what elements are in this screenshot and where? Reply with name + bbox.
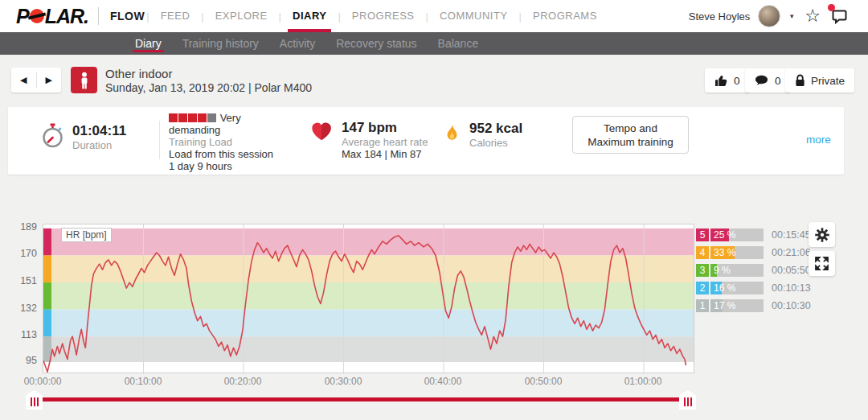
notifications-button[interactable] xyxy=(830,7,850,26)
subnav-item-activity[interactable]: Activity xyxy=(269,32,326,55)
nav-item-programs[interactable]: PROGRAMS xyxy=(523,0,607,32)
nav-separator: | xyxy=(146,10,149,23)
timeline-slider-track[interactable] xyxy=(34,397,691,401)
zone-duration: 00:10:30 xyxy=(772,300,811,311)
top-nav-items: |FEED|EXPLORE|DIARY|PROGRESS|COMMUNITY|P… xyxy=(145,0,607,32)
zone-strip-5 xyxy=(43,229,51,256)
training-load-label: Training Load xyxy=(169,136,281,148)
y-tick-151: 151 xyxy=(13,275,37,286)
hr-chart-plot-area[interactable]: HR [bpm] xyxy=(43,224,694,373)
stopwatch-icon xyxy=(40,123,65,150)
load-block-filled xyxy=(169,113,178,122)
nav-item-community[interactable]: COMMUNITY xyxy=(430,0,518,32)
privacy-button[interactable]: Private xyxy=(785,68,854,93)
flame-icon xyxy=(444,121,461,145)
zone-duration: 00:21:06 xyxy=(772,247,811,258)
nav-item-progress[interactable]: PROGRESS xyxy=(342,0,424,32)
privacy-label: Private xyxy=(811,75,845,87)
polar-logo-o-icon xyxy=(30,9,44,23)
summary-stats-card: 01:04:11 Duration Very demanding Trainin… xyxy=(8,107,844,175)
polar-flow-diary-page: P LAR. FLOW |FEED|EXPLORE|DIARY|PROGRESS… xyxy=(0,0,868,420)
user-menu-caret-icon[interactable]: ▼ xyxy=(788,13,795,20)
like-count: 0 xyxy=(734,75,740,87)
session-title: Other indoor xyxy=(105,67,172,80)
polar-logo[interactable]: P LAR. xyxy=(16,5,88,28)
training-load-detail: Load from this session 1 day 9 hours xyxy=(169,148,281,172)
handle-grip-bar xyxy=(687,397,689,406)
zone-percent-bar: 9 % xyxy=(710,264,764,277)
x-tick-00:10:00: 00:10:00 xyxy=(117,376,169,387)
comment-button[interactable]: 0 xyxy=(745,68,791,93)
zone-percent-label: 33 % xyxy=(714,246,735,259)
y-tick-189: 189 xyxy=(13,221,37,233)
person-icon xyxy=(74,70,95,91)
chart-fullscreen-button[interactable] xyxy=(809,251,835,276)
x-tick-00:00:00: 00:00:00 xyxy=(17,376,68,387)
gear-icon xyxy=(814,227,830,243)
subnav-item-balance[interactable]: Balance xyxy=(428,32,489,55)
top-navigation-bar: P LAR. FLOW |FEED|EXPLORE|DIARY|PROGRESS… xyxy=(0,0,868,32)
zone-number-chip: 2 xyxy=(696,282,709,294)
nav-item-diary[interactable]: DIARY xyxy=(283,0,336,32)
next-session-button[interactable]: ▶ xyxy=(37,68,62,93)
zone-percent-bar: 25 % xyxy=(710,229,764,241)
lock-icon xyxy=(795,74,805,87)
logo-divider xyxy=(98,7,99,25)
like-button[interactable]: 0 xyxy=(705,68,750,93)
zone-number-chip: 4 xyxy=(696,246,709,259)
zone-band-5 xyxy=(43,229,694,256)
zone-percent-label: 25 % xyxy=(714,229,735,241)
x-tick-00:20:00: 00:20:00 xyxy=(217,376,268,387)
stats-divider xyxy=(159,121,160,159)
diary-sub-navigation: DiaryTraining historyActivityRecovery st… xyxy=(0,32,868,55)
nav-separator: | xyxy=(426,10,428,23)
comment-count: 0 xyxy=(775,75,781,87)
favorites-star-button[interactable]: ☆ xyxy=(803,6,822,26)
zone-percent-bar: 33 % xyxy=(710,246,764,259)
handle-grip-bar xyxy=(31,397,32,406)
topbar-right-cluster: Steve Hoyles ▼ ☆ xyxy=(689,5,868,27)
notification-red-dot xyxy=(828,4,835,11)
handle-grip-bar xyxy=(34,397,35,406)
duration-label: Duration xyxy=(72,139,126,151)
nav-item-explore[interactable]: EXPLORE xyxy=(206,0,277,32)
thumbs-up-icon xyxy=(714,74,728,87)
subnav-item-training-history[interactable]: Training history xyxy=(172,32,269,55)
nav-item-flow[interactable]: FLOW xyxy=(110,0,145,32)
x-tick-00:50:00: 00:50:00 xyxy=(518,376,569,387)
subnav-item-recovery-status[interactable]: Recovery status xyxy=(326,32,427,55)
calories-label: Calories xyxy=(469,137,522,149)
zone-strip-3 xyxy=(43,282,51,310)
timeline-slider-left-handle[interactable] xyxy=(26,390,43,410)
duration-stat: 01:04:11 Duration xyxy=(40,123,126,151)
heart-rate-stat: 147 bpm Average heart rate Max 184 | Min… xyxy=(309,120,428,160)
zone-number-chip: 3 xyxy=(696,264,709,277)
zone-percent-label: 16 % xyxy=(714,282,735,294)
timeline-slider-right-handle[interactable] xyxy=(679,390,696,410)
zone-percent-bar: 17 % xyxy=(710,299,764,312)
nav-item-feed[interactable]: FEED xyxy=(151,0,200,32)
hr-chart-title: HR [bpm] xyxy=(61,228,112,242)
heart-rate-label: Average heart rate xyxy=(342,136,428,148)
heart-rate-minmax: Max 184 | Min 87 xyxy=(342,148,428,160)
zone-number-chip: 1 xyxy=(696,299,709,312)
user-name[interactable]: Steve Hoyles xyxy=(689,10,751,23)
heart-icon xyxy=(309,120,334,142)
zone-duration: 00:05:50 xyxy=(772,265,811,276)
previous-session-button[interactable]: ◀ xyxy=(11,68,36,93)
comment-bubble-icon xyxy=(755,75,769,87)
y-tick-95: 95 xyxy=(13,355,37,366)
calories-value: 952 kcal xyxy=(469,121,522,137)
more-link[interactable]: more xyxy=(806,134,831,146)
subnav-item-diary[interactable]: Diary xyxy=(125,32,172,55)
load-block-filled xyxy=(188,113,197,122)
user-avatar[interactable] xyxy=(758,5,780,27)
chart-settings-button[interactable] xyxy=(809,222,835,247)
training-benefit-button[interactable]: Tempo and Maximum training xyxy=(572,116,689,154)
y-tick-132: 132 xyxy=(13,303,37,314)
zone-band-3 xyxy=(43,282,694,310)
polar-logo-text-left: P xyxy=(16,5,29,28)
zone-band-2 xyxy=(43,310,694,337)
session-subtitle: Sunday, Jan 13, 2019 20:02 | Polar M400 xyxy=(105,81,312,94)
nav-separator: | xyxy=(279,10,281,23)
